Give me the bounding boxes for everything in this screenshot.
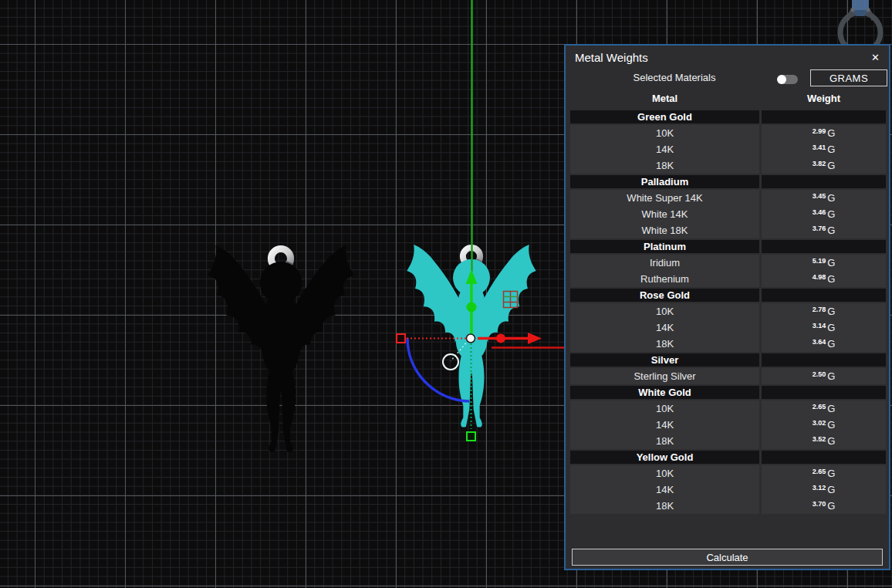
calculate-button[interactable]: Calculate [572,549,883,566]
metal-name: White Super 14K [570,190,759,206]
weight-value: 3.76G [762,222,886,238]
section-row: Platinum [566,240,889,253]
section-row: Palladium [566,175,889,188]
angel-pendant-unselected[interactable] [202,239,360,465]
table-row[interactable]: Iridium 5.19G [566,255,889,271]
table-row[interactable]: 18K 3.70G [566,498,889,514]
weight-value: 3.70G [762,498,886,514]
viewport[interactable]: Metal Weights ✕ Selected Materials GRAMS… [0,0,892,588]
weight-value: 3.41G [762,141,886,157]
section-label: White Gold [570,386,759,399]
table-row[interactable]: 14K 3.02G [566,417,889,433]
metal-name: 14K [570,141,759,157]
weight-value: 2.50G [762,368,886,384]
table-row[interactable]: 14K 3.14G [566,319,889,336]
weight-value: 3.46G [762,206,886,222]
metal-name: 18K [570,157,759,174]
table-row[interactable]: 14K 3.41G [566,141,889,157]
table-row[interactable]: 10K 2.65G [566,465,889,482]
weight-value: 5.19G [762,255,886,271]
metal-name: White 14K [570,206,759,222]
table-row[interactable]: 10K 2.78G [566,303,889,319]
metal-name: 18K [570,433,759,449]
metal-name: White 18K [570,222,759,238]
metal-name: 18K [570,498,759,514]
table-row[interactable]: 14K 3.12G [566,482,889,498]
weight-value: 3.64G [762,336,886,352]
table-row[interactable]: Ruthenium 4.98G [566,271,889,287]
table-row[interactable]: Sterling Silver 2.50G [566,368,889,384]
weight-value: 4.98G [762,271,886,287]
section-row: Rose Gold [566,289,889,302]
table-row[interactable]: 10K 2.65G [566,400,889,417]
table-header: Metal Weight [566,90,889,109]
section-row: White Gold [566,386,889,399]
weight-value: 3.82G [762,157,886,174]
section-row: Silver [566,353,889,367]
selected-materials-label: Selected Materials [604,72,745,83]
weight-value: 2.78G [762,303,886,319]
panel-controls: Selected Materials GRAMS [566,69,889,90]
weight-value: 3.12G [762,482,886,498]
weights-table: Green Gold 10K 2.99G 14K 3.41G 18K 3.82G [566,109,889,514]
toggle-knob [777,75,786,84]
section-label: Green Gold [570,110,759,123]
selected-materials-toggle[interactable] [778,75,798,84]
metal-name: 14K [570,482,759,498]
weight-value: 2.99G [762,125,886,141]
metal-name: Ruthenium [570,271,759,287]
table-row[interactable]: 18K 3.82G [566,157,889,174]
section-row: Green Gold [566,110,889,123]
weight-value: 3.14G [762,319,886,336]
panel-title: Metal Weights [575,51,648,64]
section-label: Yellow Gold [570,451,759,464]
table-row[interactable]: 18K 3.52G [566,433,889,449]
section-row: Yellow Gold [566,451,889,464]
metal-name: 18K [570,336,759,352]
metal-name: Iridium [570,255,759,271]
weight-column-header: Weight [762,90,886,107]
section-label: Platinum [570,240,759,253]
metal-name: 14K [570,417,759,433]
angel-pendant-selected[interactable] [399,239,544,438]
metal-column-header: Metal [570,90,759,107]
units-button[interactable]: GRAMS [810,69,887,86]
close-icon[interactable]: ✕ [871,52,880,63]
table-row[interactable]: 10K 2.99G [566,125,889,141]
metal-name: Sterling Silver [570,368,759,384]
metal-name: 10K [570,465,759,482]
table-row[interactable]: 18K 3.64G [566,336,889,352]
table-row[interactable]: White 18K 3.76G [566,222,889,238]
table-row[interactable]: White Super 14K 3.45G [566,190,889,206]
weight-value: 2.65G [762,400,886,417]
metal-name: 14K [570,319,759,336]
weight-value: 3.52G [762,433,886,449]
metal-name: 10K [570,400,759,417]
metal-name: 10K [570,125,759,141]
weight-value: 2.65G [762,465,886,482]
weight-value: 3.02G [762,417,886,433]
metal-name: 10K [570,303,759,319]
angel-silhouette [208,245,353,452]
weight-value: 3.45G [762,190,886,206]
panel-title-bar: Metal Weights ✕ [566,46,889,69]
table-row[interactable]: White 14K 3.46G [566,206,889,222]
metal-weights-panel: Metal Weights ✕ Selected Materials GRAMS… [564,44,890,570]
angel-silhouette [407,245,536,427]
section-label: Silver [570,353,759,367]
section-label: Palladium [570,175,759,188]
section-label: Rose Gold [570,289,759,302]
